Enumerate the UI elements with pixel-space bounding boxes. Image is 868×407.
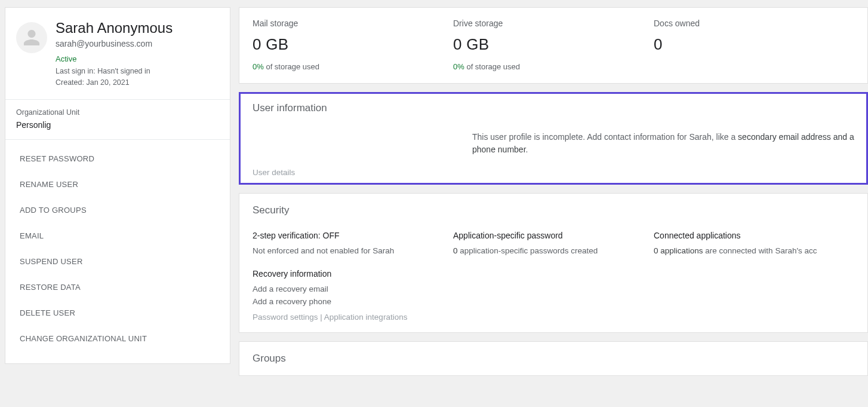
mail-storage-value: 0 GB	[253, 35, 453, 54]
asp-sub: 0 application-specific passwords created	[453, 245, 642, 257]
docs-owned-label: Docs owned	[654, 19, 854, 28]
change-org-unit-action[interactable]: CHANGE ORGANIZATIONAL UNIT	[5, 326, 230, 351]
recovery-col: Recovery information Add a recovery emai…	[253, 269, 453, 308]
suspend-user-action[interactable]: SUSPEND USER	[5, 249, 230, 274]
created-value: Jan 20, 2021	[86, 78, 129, 87]
drive-storage-suffix: of storage used	[464, 62, 520, 71]
last-signin: Last sign in: Hasn't signed in	[56, 66, 219, 77]
avatar	[16, 22, 47, 53]
user-information-message: This user profile is incomplete. Add con…	[472, 131, 854, 156]
userinfo-msg-c: .	[526, 145, 528, 154]
two-step-col: 2-step verification: OFF Not enforced an…	[253, 231, 453, 257]
person-icon	[22, 28, 41, 47]
rename-user-action[interactable]: RENAME USER	[5, 172, 230, 197]
drive-storage-sub: 0% of storage used	[453, 62, 654, 71]
connected-apps-sub: 0 applications are connected with Sarah'…	[654, 245, 842, 257]
delete-user-action[interactable]: DELETE USER	[5, 300, 230, 326]
status-badge: Active	[56, 54, 219, 63]
email-action[interactable]: EMAIL	[5, 223, 230, 249]
two-step-label: 2-step verification: OFF	[253, 231, 441, 240]
connected-apps-count: 0 applications	[654, 246, 703, 255]
profile-header: Sarah Anonymous sarah@yourbusiness.com A…	[5, 8, 230, 99]
recovery-email-link[interactable]: Add a recovery email	[253, 283, 441, 295]
sidebar-card: Sarah Anonymous sarah@yourbusiness.com A…	[5, 7, 230, 364]
main-content: Mail storage 0 GB 0% of storage used Dri…	[239, 7, 868, 384]
docs-owned-col: Docs owned 0	[654, 19, 854, 71]
restore-data-action[interactable]: RESTORE DATA	[5, 274, 230, 300]
last-signin-value: Hasn't signed in	[97, 67, 150, 75]
connected-apps-suffix: are connected with Sarah's acc	[703, 246, 817, 255]
security-footer-links[interactable]: Password settings | Application integrat…	[253, 313, 854, 322]
drive-storage-pct: 0%	[453, 62, 464, 71]
org-unit-section[interactable]: Organizational Unit Personlig	[5, 99, 230, 140]
drive-storage-col: Drive storage 0 GB 0% of storage used	[453, 19, 654, 71]
two-step-sub: Not enforced and not enabled for Sarah	[253, 245, 441, 257]
asp-label: Application-specific password	[453, 231, 642, 240]
add-to-groups-action[interactable]: ADD TO GROUPS	[5, 197, 230, 223]
asp-count: 0	[453, 246, 458, 255]
drive-storage-value: 0 GB	[453, 35, 654, 54]
storage-card[interactable]: Mail storage 0 GB 0% of storage used Dri…	[239, 7, 868, 84]
userinfo-msg-a: This user profile is incomplete. Add con…	[472, 132, 738, 142]
org-unit-label: Organizational Unit	[16, 108, 219, 117]
org-unit-value: Personlig	[16, 120, 219, 130]
security-title: Security	[253, 204, 854, 216]
mail-storage-col: Mail storage 0 GB 0% of storage used	[253, 19, 453, 71]
groups-title: Groups	[253, 353, 854, 365]
last-signin-label: Last sign in:	[56, 67, 96, 75]
mail-storage-suffix: of storage used	[264, 62, 319, 71]
user-information-card[interactable]: User information This user profile is in…	[239, 92, 868, 185]
connected-apps-col: Connected applications 0 applications ar…	[654, 231, 854, 257]
user-email: sarah@yourbusiness.com	[56, 39, 219, 48]
created-label: Created:	[56, 78, 84, 87]
security-card[interactable]: Security 2-step verification: OFF Not en…	[239, 193, 868, 333]
asp-col: Application-specific password 0 applicat…	[453, 231, 654, 257]
asp-suffix: application-specific passwords created	[458, 246, 598, 255]
recovery-phone-link[interactable]: Add a recovery phone	[253, 296, 441, 308]
actions-list: RESET PASSWORD RENAME USER ADD TO GROUPS…	[5, 140, 230, 363]
mail-storage-label: Mail storage	[253, 19, 453, 28]
connected-apps-label: Connected applications	[654, 231, 842, 240]
user-details-link[interactable]: User details	[253, 168, 854, 177]
groups-card[interactable]: Groups	[239, 341, 868, 376]
user-information-title: User information	[253, 102, 854, 114]
created-date: Created: Jan 20, 2021	[56, 77, 219, 88]
drive-storage-label: Drive storage	[453, 19, 654, 28]
user-name: Sarah Anonymous	[56, 20, 219, 36]
mail-storage-sub: 0% of storage used	[253, 62, 453, 71]
recovery-label: Recovery information	[253, 269, 441, 279]
docs-owned-value: 0	[654, 35, 854, 54]
reset-password-action[interactable]: RESET PASSWORD	[5, 146, 230, 172]
mail-storage-pct: 0%	[253, 62, 264, 71]
